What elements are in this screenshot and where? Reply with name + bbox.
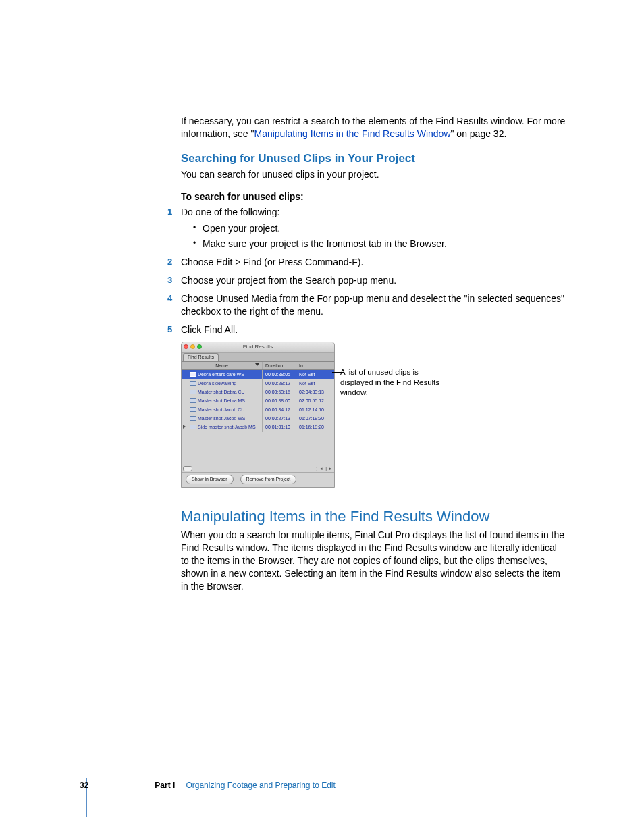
- table-body: Debra enters cafe WS00:00:38:05Not SetDe…: [182, 370, 334, 465]
- steps-list: 1Do one of the following:Open your proje…: [181, 206, 566, 336]
- step-item: 5Click Find All.: [181, 323, 566, 336]
- cell-name: Master shot Debra CU: [182, 388, 263, 396]
- remove-from-project-button[interactable]: Remove from Project: [240, 475, 297, 484]
- clip-name: Master shot Debra MS: [198, 397, 245, 405]
- sort-indicator-icon: [255, 363, 259, 366]
- cell-duration: 00:00:38:05: [263, 370, 296, 379]
- clip-icon: [190, 407, 196, 412]
- clip-icon: [190, 398, 196, 403]
- window-title: Find Results: [243, 344, 273, 350]
- cell-in: 01:07:19:20: [296, 414, 334, 423]
- step-item: 2Choose Edit > Find (or Press Command-F)…: [181, 256, 566, 269]
- cell-in: 01:12:14:10: [296, 405, 334, 414]
- cell-name: Debra enters cafe WS: [182, 370, 263, 379]
- cell-duration: 00:01:01:10: [263, 423, 296, 432]
- table-row[interactable]: Debra sidewalking00:00:28:12Not Set: [182, 379, 334, 388]
- clip-name: Debra sidewalking: [198, 380, 236, 387]
- table-header: Name Duration In: [182, 362, 334, 370]
- cell-name: Master shot Jacob WS: [182, 414, 263, 423]
- zoom-icon[interactable]: [197, 344, 202, 349]
- step-number: 3: [167, 274, 172, 286]
- table-row[interactable]: Debra enters cafe WS00:00:38:05Not Set: [182, 370, 334, 379]
- step-number: 4: [167, 292, 172, 305]
- table-row[interactable]: Master shot Debra CU00:00:53:1602:04:33:…: [182, 388, 334, 396]
- step-text: Choose Edit > Find (or Press Command-F).: [181, 257, 363, 267]
- zoom-control[interactable]: [183, 466, 192, 471]
- window-titlebar[interactable]: Find Results: [182, 342, 334, 353]
- find-results-figure: Find Results Find Results Name Duration …: [181, 342, 566, 488]
- clip-icon: [190, 381, 196, 386]
- cell-in: 01:16:19:20: [296, 423, 334, 432]
- clip-name: Side master shot Jacob MS: [198, 423, 256, 431]
- step-number: 2: [167, 256, 172, 268]
- step-text: Do one of the following:: [181, 207, 279, 217]
- page: If necessary, you can restrict a search …: [0, 0, 644, 834]
- substep-item: Make sure your project is the frontmost …: [193, 238, 566, 251]
- scroll-arrows-icon[interactable]: ) ◂ | ▸: [316, 465, 333, 471]
- part-title: Organizing Footage and Preparing to Edit: [186, 781, 335, 790]
- cell-duration: 00:00:28:12: [263, 379, 296, 388]
- cell-name: Master shot Debra MS: [182, 396, 263, 405]
- clip-name: Debra enters cafe WS: [198, 371, 244, 378]
- task-heading: To search for unused clips:: [181, 190, 566, 203]
- table-row[interactable]: Side master shot Jacob MS00:01:01:1001:1…: [182, 423, 334, 432]
- figure-annotation: A list of unused clips is displayed in t…: [340, 342, 448, 398]
- substep-item: Open your project.: [193, 222, 566, 235]
- col-in-header[interactable]: In: [296, 362, 334, 369]
- section-heading-manipulating: Manipulating Items in the Find Results W…: [181, 506, 566, 527]
- table-row[interactable]: Master shot Debra MS00:00:38:0002:00:55:…: [182, 396, 334, 405]
- clip-icon: [190, 416, 196, 421]
- find-results-window: Find Results Find Results Name Duration …: [181, 342, 335, 488]
- col-name-header[interactable]: Name: [182, 362, 263, 369]
- intro-text-b: " on page 32.: [451, 128, 507, 139]
- cross-ref-link[interactable]: Manipulating Items in the Find Results W…: [254, 128, 450, 139]
- tab-bar: Find Results: [182, 353, 334, 362]
- step-text: Click Find All.: [181, 324, 238, 335]
- traffic-lights: [184, 344, 202, 349]
- cell-duration: 00:00:38:00: [263, 396, 296, 405]
- button-bar: Show in Browser Remove from Project: [182, 472, 334, 486]
- content-area: If necessary, you can restrict a search …: [181, 115, 566, 593]
- step-text: Choose Unused Media from the For pop-up …: [181, 293, 564, 317]
- section-heading-searching: Searching for Unused Clips in Your Proje…: [181, 151, 566, 167]
- part-label: Part I: [155, 781, 175, 790]
- table-row[interactable]: Master shot Jacob WS00:00:27:1301:07:19:…: [182, 414, 334, 423]
- step-item: 3Choose your project from the Search pop…: [181, 274, 566, 287]
- substep-list: Open your project.Make sure your project…: [193, 222, 566, 251]
- clip-icon: [190, 390, 196, 394]
- cell-in: Not Set: [296, 370, 334, 379]
- clip-name: Master shot Jacob CU: [198, 406, 244, 413]
- section1-lead: You can search for unused clips in your …: [181, 168, 566, 181]
- show-in-browser-button[interactable]: Show in Browser: [186, 475, 234, 484]
- clip-name: Master shot Debra CU: [198, 388, 245, 396]
- step-number: 5: [167, 323, 172, 336]
- step-item: 4Choose Unused Media from the For pop-up…: [181, 292, 566, 318]
- status-bar: ) ◂ | ▸: [182, 465, 334, 472]
- minimize-icon[interactable]: [190, 344, 195, 349]
- page-footer: 32 Part I Organizing Footage and Prepari…: [80, 781, 336, 790]
- table-row[interactable]: Master shot Jacob CU00:00:34:1701:12:14:…: [182, 405, 334, 414]
- cell-name: Master shot Jacob CU: [182, 405, 263, 414]
- page-number: 32: [80, 781, 88, 790]
- step-item: 1Do one of the following:Open your proje…: [181, 206, 566, 251]
- cell-in: 02:00:55:12: [296, 396, 334, 405]
- intro-paragraph: If necessary, you can restrict a search …: [181, 115, 566, 140]
- cell-duration: 00:00:34:17: [263, 405, 296, 414]
- step-number: 1: [167, 206, 172, 218]
- cell-in: 02:04:33:13: [296, 388, 334, 396]
- clip-icon: [190, 372, 196, 377]
- cell-duration: 00:00:27:13: [263, 414, 296, 423]
- col-duration-header[interactable]: Duration: [263, 362, 296, 369]
- step-text: Choose your project from the Search pop-…: [181, 275, 396, 286]
- clip-icon: [190, 425, 196, 429]
- cell-name: Debra sidewalking: [182, 379, 263, 388]
- section2-body: When you do a search for multiple items,…: [181, 529, 566, 592]
- clip-name: Master shot Jacob WS: [198, 415, 245, 422]
- tab-find-results[interactable]: Find Results: [183, 353, 219, 361]
- close-icon[interactable]: [184, 344, 188, 349]
- cell-name: Side master shot Jacob MS: [182, 423, 263, 432]
- cell-in: Not Set: [296, 379, 334, 388]
- cell-duration: 00:00:53:16: [263, 388, 296, 396]
